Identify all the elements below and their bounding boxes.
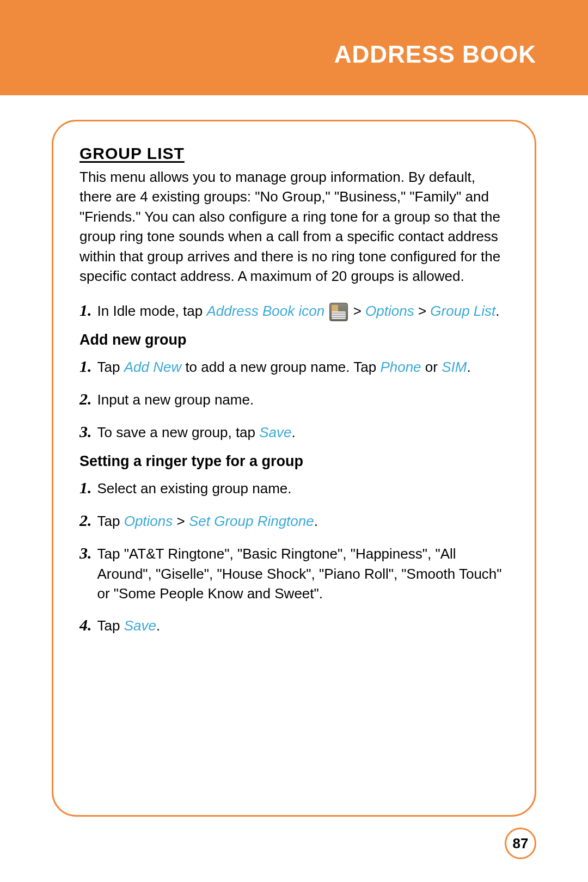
sub2-step-list: 1.Select an existing group name.2.Tap Op…: [79, 476, 509, 636]
sub1-step-list: 1.Tap Add New to add a new group name. T…: [79, 355, 509, 443]
step-number: 2.: [79, 509, 92, 532]
step-text: Tap Save.: [97, 616, 509, 635]
text-fragment: .: [495, 303, 499, 319]
step-text: Input a new group name.: [97, 390, 509, 409]
text-fragment: or: [421, 359, 442, 375]
text-fragment: to add a new group name. Tap: [181, 359, 380, 375]
text-fragment: In Idle mode, tap: [97, 303, 207, 319]
step-text: To save a new group, tap Save.: [97, 422, 509, 442]
link-text: Save: [124, 617, 156, 634]
text-fragment: Input a new group name.: [97, 391, 254, 408]
content-frame: GROUP LIST This menu allows you to manag…: [52, 120, 536, 817]
link-group-list: Group List: [430, 303, 495, 319]
step-number: 1.: [79, 355, 92, 378]
step-number: 1.: [79, 299, 92, 322]
link-text: Add New: [124, 359, 182, 375]
section-title: GROUP LIST: [79, 144, 509, 163]
header-title: ADDRESS BOOK: [334, 41, 536, 68]
step: 3.Tap "AT&T Ringtone", "Basic Ringtone",…: [79, 542, 509, 603]
text-fragment: To save a new group, tap: [97, 424, 260, 440]
text-fragment: Tap "AT&T Ringtone", "Basic Ringtone", "…: [97, 546, 502, 602]
page-header: ADDRESS BOOK: [0, 0, 588, 95]
step: 3.To save a new group, tap Save.: [79, 420, 509, 443]
address-book-icon: [329, 303, 348, 321]
link-text: Phone: [380, 359, 421, 375]
text-fragment: Tap: [97, 617, 124, 634]
step: 4.Tap Save.: [79, 614, 509, 636]
text-fragment: .: [467, 359, 470, 375]
text-fragment: >: [414, 303, 431, 319]
text-fragment: >: [173, 513, 189, 529]
link-text: Set Group Ringtone: [189, 513, 314, 529]
link-text: Options: [124, 513, 173, 529]
text-fragment: .: [292, 424, 296, 440]
step-number: 2.: [79, 388, 92, 411]
step-text: Tap Options > Set Group Ringtone.: [97, 511, 509, 531]
step-text: Tap Add New to add a new group name. Tap…: [97, 357, 509, 377]
step: 1.Tap Add New to add a new group name. T…: [79, 355, 509, 378]
step-number: 1.: [79, 476, 92, 499]
step-number: 3.: [79, 542, 92, 565]
text-fragment: Tap: [97, 359, 124, 375]
section-intro: This menu allows you to manage group inf…: [79, 167, 509, 286]
link-text: Save: [259, 424, 291, 440]
text-fragment: Tap: [97, 513, 124, 529]
text-fragment: >: [349, 303, 365, 319]
text-fragment: .: [314, 513, 318, 529]
step-text: Tap "AT&T Ringtone", "Basic Ringtone", "…: [97, 544, 509, 603]
subheading-setting-ringer: Setting a ringer type for a group: [79, 453, 509, 470]
subheading-add-new-group: Add new group: [79, 332, 509, 348]
link-options: Options: [365, 303, 414, 319]
text-fragment: .: [156, 617, 160, 634]
link-text: SIM: [442, 359, 467, 375]
step-text: In Idle mode, tap Address Book icon > Op…: [97, 301, 509, 321]
text-fragment: [324, 303, 328, 319]
step-number: 3.: [79, 420, 92, 443]
step-text: Select an existing group name.: [97, 479, 509, 498]
main-step-1: 1. In Idle mode, tap Address Book icon >…: [79, 299, 509, 322]
step: 1.Select an existing group name.: [79, 476, 509, 499]
step: 2.Input a new group name.: [79, 388, 509, 411]
step: 2.Tap Options > Set Group Ringtone.: [79, 509, 509, 532]
link-address-book-icon: Address Book icon: [206, 303, 324, 319]
text-fragment: Select an existing group name.: [97, 480, 292, 497]
step-number: 4.: [79, 614, 92, 636]
page-number: 87: [505, 828, 536, 859]
